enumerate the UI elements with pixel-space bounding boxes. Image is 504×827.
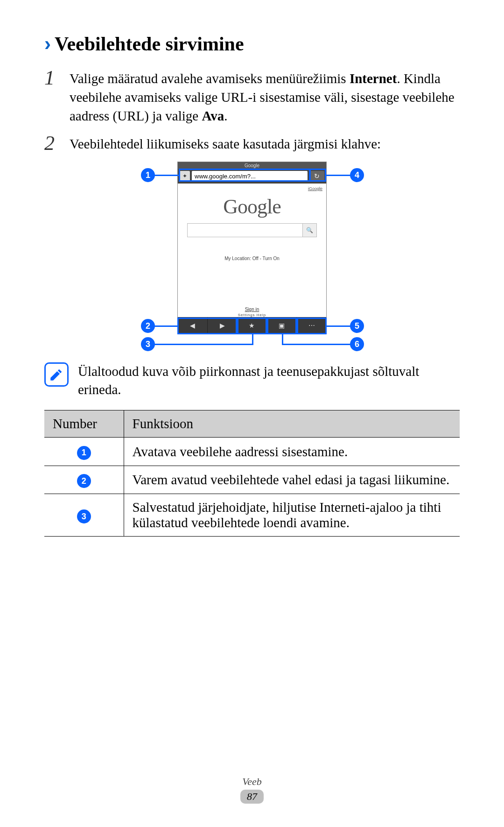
callout-line	[154, 175, 179, 176]
step-text: Valige määratud avalehe avamiseks menüür…	[70, 71, 350, 86]
refresh-button[interactable]: ↻	[309, 171, 324, 182]
more-button[interactable]: ⋯	[297, 317, 326, 334]
phone-frame: Google ✦ www.google.com/m?... ↻ iGoogle …	[177, 162, 327, 334]
location-text[interactable]: My Location: Off - Turn On	[224, 256, 280, 261]
sign-in-link[interactable]: Sign in	[245, 307, 259, 312]
callout-line	[327, 325, 351, 327]
cell-number: 2	[44, 466, 124, 494]
step-suffix: .	[224, 108, 227, 123]
bookmarks-button[interactable]: ★	[238, 317, 267, 334]
footer-links[interactable]: Settings Help	[238, 313, 266, 317]
callout-bubble-6: 6	[350, 337, 364, 351]
cell-function: Salvestatud järjehoidjate, hiljutise Int…	[124, 494, 460, 537]
step-number: 2	[44, 134, 58, 153]
search-input[interactable]	[188, 224, 302, 237]
cell-function: Varem avatud veebilehtede vahel edasi ja…	[124, 466, 460, 494]
browser-titlebar: Google	[178, 162, 326, 169]
step-body: Valige määratud avalehe avamiseks menüür…	[70, 68, 460, 125]
page-footer: Veeb 87	[0, 776, 504, 804]
callout-line	[154, 325, 177, 327]
search-button[interactable]: 🔍	[302, 224, 316, 237]
google-search-box: 🔍	[187, 223, 317, 237]
pencil-icon	[49, 367, 64, 382]
note-text: Ülaltoodud kuva võib piirkonnast ja teen…	[78, 362, 460, 399]
page-content: iGoogle Google 🔍 My Location: Off - Turn…	[178, 184, 326, 317]
forward-button[interactable]: ▶	[208, 317, 238, 334]
note-icon	[44, 362, 69, 387]
callout-bubble-5: 5	[350, 319, 364, 333]
section-heading: › Veebilehtede sirvimine	[44, 33, 460, 55]
screenshot-figure: Google ✦ www.google.com/m?... ↻ iGoogle …	[44, 162, 460, 348]
th-function: Funktsioon	[124, 410, 460, 438]
step-bold: Internet	[350, 71, 397, 86]
callout-line	[326, 175, 351, 176]
google-logo: Google	[223, 195, 281, 219]
chevron-right-icon: ›	[44, 34, 51, 54]
back-icon: ◀	[190, 322, 195, 330]
table-row: 3 Salvestatud järjehoidjate, hiljutise I…	[44, 494, 460, 537]
step-number: 1	[44, 68, 58, 125]
step-body: Veebilehtedel liikumiseks saate kasutada…	[70, 134, 460, 153]
number-bubble: 3	[77, 509, 91, 523]
forward-icon: ▶	[220, 322, 225, 330]
back-button[interactable]: ◀	[178, 317, 208, 334]
callout-line	[154, 344, 253, 345]
table-row: 2 Varem avatud veebilehtede vahel edasi …	[44, 466, 460, 494]
step-1: 1 Valige määratud avalehe avamiseks menü…	[44, 68, 460, 125]
tabs-icon: ▣	[279, 322, 285, 330]
callout-bubble-1: 1	[141, 168, 155, 182]
table-row: 1 Avatava veebilehe aadressi sisestamine…	[44, 438, 460, 466]
heading-title: Veebilehtede sirvimine	[55, 33, 244, 55]
page-number: 87	[240, 790, 264, 804]
functions-table: Number Funktsioon 1 Avatava veebilehe aa…	[44, 410, 460, 537]
cell-number: 3	[44, 494, 124, 537]
cell-number: 1	[44, 438, 124, 466]
callout-line	[282, 344, 351, 345]
igoogle-link[interactable]: iGoogle	[308, 186, 322, 191]
number-bubble: 1	[77, 446, 91, 460]
tabs-button[interactable]: ▣	[267, 317, 297, 334]
bottom-toolbar: ◀ ▶ ★ ▣ ⋯	[178, 317, 326, 334]
number-bubble: 2	[77, 474, 91, 488]
section-label: Veeb	[0, 776, 504, 788]
th-number: Number	[44, 410, 124, 438]
cell-function: Avatava veebilehe aadressi sisestamine.	[124, 438, 460, 466]
step-suffix: .	[397, 71, 400, 86]
callout-bubble-4: 4	[350, 168, 364, 182]
more-icon: ⋯	[308, 322, 315, 330]
note-block: Ülaltoodud kuva võib piirkonnast ja teen…	[44, 362, 460, 399]
table-header-row: Number Funktsioon	[44, 410, 460, 438]
star-icon: ★	[249, 322, 255, 330]
url-bar-row: ✦ www.google.com/m?... ↻	[178, 169, 326, 184]
callout-bubble-3: 3	[141, 337, 155, 351]
step-2: 2 Veebilehtedel liikumiseks saate kasuta…	[44, 134, 460, 153]
site-icon: ✦	[180, 171, 190, 182]
callout-bubble-2: 2	[141, 319, 155, 333]
url-input[interactable]: www.google.com/m?...	[192, 171, 308, 182]
search-icon: 🔍	[306, 227, 313, 233]
step-bold: Ava	[202, 108, 224, 123]
